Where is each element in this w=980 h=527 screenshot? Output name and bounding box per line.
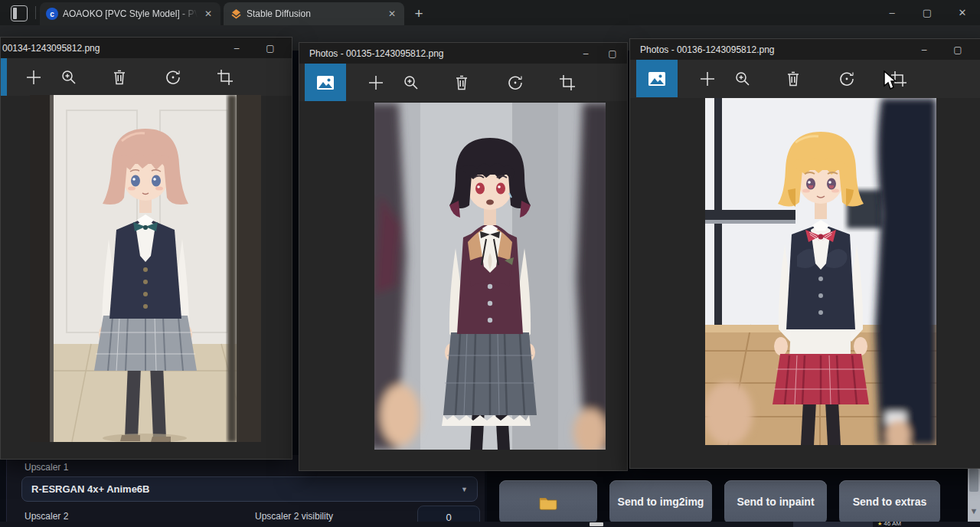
- maximize-button[interactable]: ▢: [941, 44, 975, 55]
- photo-00135: [374, 103, 606, 450]
- add-button[interactable]: [690, 60, 725, 97]
- rotate-button[interactable]: [498, 64, 533, 101]
- delete-button[interactable]: [776, 60, 811, 97]
- upscaler1-dropdown[interactable]: R-ESRGAN 4x+ Anime6B ▼: [21, 476, 478, 502]
- add-button[interactable]: [358, 64, 394, 101]
- browser-tab-civitai[interactable]: c AOAOKO [PVC Style Model] - PV ✕: [40, 2, 220, 25]
- image-icon: [316, 75, 335, 90]
- photos-toolbar: [1, 58, 292, 96]
- send-to-extras-button[interactable]: Send to extras: [839, 480, 940, 525]
- open-folder-button[interactable]: [499, 480, 597, 525]
- upscaler2-label: Upscaler 2: [24, 511, 68, 522]
- crop-button[interactable]: [550, 64, 585, 101]
- upscaler1-label: Upscaler 1: [24, 462, 68, 473]
- upscaler1-value: R-ESRGAN 4x+ Anime6B: [31, 483, 461, 495]
- crop-button[interactable]: [207, 58, 243, 96]
- browser-restore-button[interactable]: ▢: [910, 7, 945, 18]
- title-bar[interactable]: Photos - 00135-1243095812.png – ▢: [299, 43, 627, 64]
- minimize-button[interactable]: –: [907, 44, 941, 55]
- photo-viewport: [630, 98, 980, 468]
- taskbar-clock: ★46 AM: [877, 520, 901, 527]
- send-to-inpaint-button[interactable]: Send to inpaint: [724, 480, 827, 525]
- photos-toolbar: [299, 64, 627, 101]
- photo-00136: [705, 98, 936, 445]
- window-title: Photos - 00135-1243095812.png: [309, 48, 443, 59]
- title-bar[interactable]: 00134-1243095812.png – ▢: [1, 38, 292, 58]
- maximize-button[interactable]: ▢: [603, 48, 622, 59]
- stable-diffusion-favicon: [230, 8, 242, 20]
- civitai-favicon: c: [46, 8, 58, 20]
- gallery-button[interactable]: [1, 58, 7, 96]
- zoom-button[interactable]: [725, 60, 760, 97]
- chevron-down-icon: ▼: [461, 486, 468, 493]
- crop-button[interactable]: [881, 60, 916, 97]
- title-bar[interactable]: Photos - 00136-1243095812.png – ▢: [630, 39, 980, 60]
- photos-window-00135: Photos - 00135-1243095812.png – ▢: [299, 42, 628, 471]
- new-tab-button[interactable]: +: [409, 4, 429, 24]
- desktop: c AOAOKO [PVC Style Model] - PV ✕ Stable…: [0, 0, 980, 527]
- scroll-down-icon[interactable]: ▼: [969, 506, 979, 516]
- tab-title: Stable Diffusion: [247, 8, 381, 19]
- tab-divider: [35, 6, 36, 19]
- window-title: 00134-1243095812.png: [2, 43, 100, 54]
- photos-window-00134: 00134-1243095812.png – ▢: [0, 37, 292, 460]
- photo-viewport: [1, 96, 292, 459]
- add-button[interactable]: [16, 58, 51, 96]
- send-to-img2img-button[interactable]: Send to img2img: [609, 480, 712, 525]
- delete-button[interactable]: [102, 58, 137, 96]
- rotate-button[interactable]: [155, 58, 191, 96]
- upscaler2-visibility-label: Upscaler 2 visibility: [255, 511, 333, 522]
- zoom-button[interactable]: [394, 64, 429, 101]
- browser-minimize-button[interactable]: –: [874, 7, 910, 18]
- rotate-button[interactable]: [829, 60, 864, 97]
- minimize-button[interactable]: –: [220, 43, 253, 54]
- tab-search-icon[interactable]: [11, 5, 28, 21]
- taskbar-app-strip: [793, 522, 873, 527]
- window-title: Photos - 00136-1243095812.png: [640, 44, 774, 55]
- taskbar-button[interactable]: [590, 522, 603, 526]
- folder-icon: [539, 495, 557, 510]
- browser-close-button[interactable]: ✕: [945, 7, 980, 18]
- photo-viewport: [299, 101, 627, 470]
- delete-button[interactable]: [444, 64, 479, 101]
- image-icon: [648, 71, 666, 87]
- browser-tab-bar: c AOAOKO [PVC Style Model] - PV ✕ Stable…: [0, 0, 980, 25]
- zoom-button[interactable]: [51, 58, 87, 96]
- minimize-button[interactable]: –: [569, 48, 603, 59]
- scrollbar-thumb[interactable]: [969, 469, 978, 492]
- tab-title: AOAOKO [PVC Style Model] - PV: [63, 8, 198, 19]
- tab-close-icon[interactable]: ✕: [202, 8, 214, 19]
- gallery-button[interactable]: [636, 60, 678, 97]
- photos-toolbar: [630, 60, 980, 97]
- photo-00134: [30, 95, 261, 442]
- gallery-button[interactable]: [305, 64, 346, 101]
- browser-tab-stable-diffusion[interactable]: Stable Diffusion ✕: [224, 2, 404, 25]
- maximize-button[interactable]: ▢: [253, 43, 287, 54]
- taskbar[interactable]: ★46 AM: [0, 522, 980, 527]
- tab-close-icon[interactable]: ✕: [386, 8, 398, 19]
- notification-icon: ★: [877, 521, 882, 526]
- photos-window-00136: Photos - 00136-1243095812.png – ▢: [629, 38, 980, 469]
